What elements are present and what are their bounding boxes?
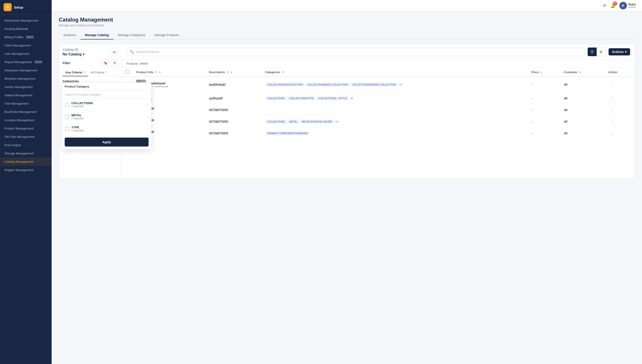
row-customer: All	[560, 77, 605, 92]
search-input[interactable]	[136, 50, 582, 54]
tab-manage-catalog[interactable]: Manage Catalog	[80, 31, 113, 40]
sidebar-item-shipper-management[interactable]: Shipper Management	[0, 166, 52, 174]
catalog-selector[interactable]: No Catalog ▾	[63, 52, 84, 56]
table-header-row: Product Info ⓘ ⇅ Description ⓘ ⇅	[122, 68, 634, 77]
dropdown-item-type[interactable]: TYPE0 selected›	[62, 123, 151, 135]
row-price: -	[528, 104, 560, 116]
sidebar-item-client-management[interactable]: Client Management	[0, 41, 52, 50]
grid-view-button[interactable]: ⊞	[597, 48, 606, 56]
action-menu-icon[interactable]: ⋮	[608, 95, 616, 102]
sidebar-item-workflow-management[interactable]: Workflow Management	[0, 74, 52, 83]
dropdown-item-metal[interactable]: METAL0 selected›	[62, 111, 151, 123]
checkbox-collections[interactable]	[65, 103, 69, 107]
col-product-info[interactable]: Product Info ⓘ ⇅	[133, 68, 206, 77]
item-sub-metal: 0 selected	[72, 117, 145, 120]
row-customer: All	[560, 104, 605, 116]
sidebar-item-integration-management[interactable]: Integration Management	[0, 66, 52, 74]
swap-button[interactable]: ⇄	[110, 48, 118, 56]
sidebar-item-user-management[interactable]: User Management	[0, 50, 52, 58]
row-price: -	[528, 116, 560, 128]
filter-button[interactable]: ⚗	[111, 60, 118, 67]
row-customer: All	[560, 92, 605, 104]
checkbox-type[interactable]	[65, 127, 69, 131]
col-price[interactable]: Price ⇅	[528, 68, 560, 77]
sidebar-item-warehouse-management[interactable]: Warehouse Management	[0, 16, 52, 25]
view-toggle: ☰ ⊞	[588, 47, 606, 56]
sidebar-item-product-management[interactable]: Product Management	[0, 124, 52, 133]
user-info: Rutvi ADMIN	[628, 3, 636, 8]
sidebar-item-box/pallet-management[interactable]: Box/Pallet Management	[0, 108, 52, 116]
action-menu-icon[interactable]: ⋮	[608, 130, 616, 137]
tab-analytics[interactable]: Analytics	[59, 31, 80, 40]
list-view-button[interactable]: ☰	[588, 48, 597, 56]
col-categories[interactable]: Categories ⓘ	[262, 68, 528, 77]
actions-button[interactable]: Actions ▾	[608, 48, 630, 56]
apply-button[interactable]: Apply	[65, 138, 148, 146]
sidebar-item-storage-management[interactable]: Storage Management	[0, 149, 52, 158]
user-menu[interactable]: R Rutvi ADMIN	[619, 2, 636, 10]
category-badge: COLLECTIONS/.../STYLE	[316, 96, 349, 100]
criteria-info-icon: ⓘ	[105, 71, 108, 74]
main-wrapper: ⟳ 🔔 16 R Rutvi ADMIN Catalog Management …	[52, 0, 642, 364]
app-logo: S	[4, 3, 12, 11]
sidebar-nav: Warehouse ManagementPacking MaterialsBil…	[0, 14, 52, 364]
filter-label: Filter	[63, 61, 70, 65]
criteria-info-icon: ⓘ	[83, 71, 85, 74]
category-badge: COLLECTIONSS/COLLECTION	[266, 82, 304, 86]
dropdown-item-collections[interactable]: COLLECTIONS0 selected›	[62, 99, 151, 111]
category-more[interactable]: +3	[334, 120, 339, 124]
action-menu-icon[interactable]: ⋮	[608, 81, 616, 88]
row-customer: All	[560, 128, 605, 139]
category-more[interactable]: +5	[349, 96, 354, 100]
sidebar-item-report-management[interactable]: Report ManagementBETA	[0, 58, 52, 66]
refresh-icon[interactable]: ⟳	[603, 3, 606, 8]
col-customer[interactable]: Customer ⇅	[560, 68, 605, 77]
select-all-header	[122, 68, 133, 77]
catalog-count: Catalog (9)	[63, 48, 84, 52]
row-description: 09758875955	[206, 128, 262, 139]
tab-manage-categories[interactable]: Manage Categories	[113, 31, 150, 40]
sidebar-item-tote-management[interactable]: Tote Management	[0, 100, 52, 108]
topbar: ⟳ 🔔 16 R Rutvi ADMIN	[52, 0, 642, 11]
sidebar-item-station-management[interactable]: Station Management	[0, 91, 52, 100]
actions-chevron-icon: ▾	[625, 50, 626, 54]
catalog-info: Catalog (9) No Catalog ▾	[63, 48, 84, 56]
category-search-input[interactable]	[62, 91, 151, 99]
col-description[interactable]: Description ⓘ ⇅	[206, 68, 262, 77]
table-row: 09758875955SKU: 4592209758875955-All⋮	[122, 104, 634, 116]
category-badge: COLLECTIONS/TYPE	[287, 96, 316, 100]
left-panel-header: Catalog (9) No Catalog ▾ ⇄	[59, 44, 122, 56]
sidebar-item-location-management[interactable]: Location Management	[0, 116, 52, 124]
select-all-checkbox[interactable]	[126, 70, 129, 74]
notifications-bell[interactable]: 🔔 16	[610, 3, 615, 8]
sidebar-item-billing-profiles[interactable]: Billing ProfilesBETA	[0, 33, 52, 41]
catalog-chevron-icon: ▾	[83, 52, 84, 56]
item-chevron-icon-collections: ›	[147, 103, 148, 106]
row-description: asdfsasdf	[206, 92, 262, 104]
sidebar-item-vendor-management[interactable]: Vendor Management	[0, 83, 52, 91]
action-menu-icon[interactable]: ⋮	[608, 106, 616, 113]
products-table: Product Info ⓘ ⇅ Description ⓘ ⇅	[122, 68, 634, 139]
row-description: lasdhfnlaskf	[206, 77, 262, 92]
sidebar-item-sku-bin-management[interactable]: SKU-Bin Management	[0, 133, 52, 141]
table-row: lasdhfnlaskfSKU: asdklfnas;dklasdhfnlask…	[122, 77, 634, 92]
checkbox-metal[interactable]	[65, 115, 69, 119]
bookmark-button[interactable]: 🔖	[102, 60, 109, 67]
row-action: ⋮	[605, 128, 634, 139]
dropdown-items-container: COLLECTIONS0 selected›METAL0 selected›TY…	[62, 99, 151, 135]
sidebar-item-packing-materials[interactable]: Packing Materials	[0, 25, 52, 33]
dropdown-header: Product Category	[62, 82, 151, 91]
filter-row: Filter 🔖 ⚗	[59, 56, 122, 69]
action-menu-icon[interactable]: ⋮	[608, 118, 616, 125]
tab-manage-products[interactable]: Manage Products	[150, 31, 184, 40]
category-badge: METAL/STERLING SILVER	[300, 120, 334, 124]
criteria-tab-all-criteria[interactable]: All Criteriaⓘ	[88, 69, 110, 76]
row-action: ⋮	[605, 77, 634, 92]
item-chevron-icon-metal: ›	[147, 115, 148, 118]
content-area: Catalog Management Manage your catalog a…	[52, 11, 642, 364]
category-more[interactable]: +4	[398, 83, 403, 86]
sidebar-item-rule-engine[interactable]: Rule Engine	[0, 141, 52, 149]
sidebar-item-catalog-management[interactable]: Catalog Management	[0, 158, 52, 166]
criteria-tab-any-criteria[interactable]: Any Criteriaⓘ	[63, 69, 88, 76]
user-role: ADMIN	[628, 6, 636, 8]
